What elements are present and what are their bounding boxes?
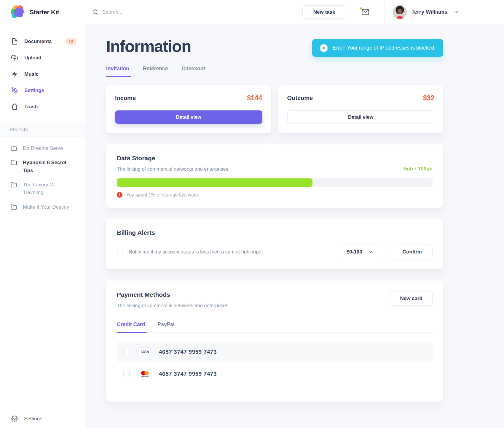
search-box — [92, 9, 190, 15]
new-card-button[interactable]: New card — [390, 291, 433, 306]
card-number: 4657 3747 9959 7473 — [159, 371, 217, 377]
sidebar-item-label: Trash — [24, 104, 38, 110]
brand: Starter Kit — [0, 0, 85, 24]
card-number: 4657 3747 9959 7473 — [159, 349, 217, 355]
tab-invitation[interactable]: Invitation — [106, 66, 129, 77]
project-label: Do Dreams Serve — [23, 145, 63, 152]
sidebar-item-label: Music — [24, 71, 39, 77]
sidebar-item-label: Documents — [24, 39, 52, 45]
sidebar-item-music[interactable]: Music — [0, 66, 85, 82]
document-icon — [11, 38, 18, 45]
billing-confirm-button[interactable]: Confirm — [392, 245, 433, 259]
tab-credit-card[interactable]: Credit Card — [117, 321, 145, 332]
sidebar-item-upload[interactable]: Upload — [0, 50, 85, 66]
lightning-icon — [11, 71, 18, 77]
projects-list: Do Dreams Serve Hypnosis 6 Secret Tips T… — [0, 145, 85, 211]
income-title: Income — [115, 95, 136, 102]
mail-icon — [361, 8, 369, 16]
brand-name: Starter Kit — [30, 9, 59, 16]
data-storage-subtitle: The linking of commercial networks and e… — [117, 166, 228, 172]
trash-icon — [11, 103, 18, 110]
mastercard-checkbox[interactable] — [123, 371, 130, 377]
page-title: Information — [106, 37, 191, 56]
billing-alerts-title: Billing Alerts — [117, 229, 433, 236]
billing-notify-checkbox[interactable] — [117, 249, 123, 255]
gear-icon — [11, 416, 18, 422]
brand-logo-icon — [10, 4, 25, 20]
outcome-card: Outcome $32 Detail view — [278, 85, 444, 133]
user-name: Terry Williams — [411, 9, 447, 15]
billing-alerts-card: Billing Alerts Notify me if my account s… — [106, 218, 443, 269]
card-row-visa: VISA 4657 3747 9959 7473 — [117, 342, 433, 362]
topbar: New task Terry Williams — [85, 0, 504, 24]
billing-range-select[interactable]: $0-100 — [340, 245, 384, 259]
storage-used: 5gb — [404, 166, 413, 172]
sidebar-settings-label: Settings — [24, 416, 42, 422]
projects-section-header: Projects — [0, 123, 85, 137]
data-storage-card: Data Storage The linking of commercial n… — [106, 144, 443, 208]
payment-methods-card: Payment Methods The linking of commercia… — [106, 280, 443, 402]
project-item-hypnosis-6-secret-tips[interactable]: Hypnosis 6 Secret Tips — [0, 159, 85, 175]
folder-icon — [11, 145, 17, 151]
documents-count-badge: 12 — [65, 38, 76, 45]
avatar — [393, 5, 407, 19]
project-item-make-it-your-destiny[interactable]: Make It Your Destiny — [0, 203, 85, 211]
chevron-down-icon — [368, 249, 373, 255]
folder-icon — [11, 182, 17, 188]
income-card: Income $144 Detail view — [106, 85, 271, 133]
storage-progress-fill — [117, 178, 312, 187]
card-row-mastercard: mastercard 4657 3747 9959 7473 — [117, 364, 433, 384]
sidebar-item-settings[interactable]: Settings — [0, 82, 85, 99]
mastercard-icon: mastercard — [138, 369, 152, 379]
project-item-the-luxury-of-traveling[interactable]: The Luxury Of Traveling — [0, 181, 85, 197]
page-tabs: Invitation Reference Checkout — [106, 66, 443, 77]
close-icon[interactable]: ✕ — [320, 44, 328, 52]
main-content: Information ✕ Error! Your range of IP ad… — [85, 24, 504, 428]
tab-reference[interactable]: Reference — [143, 66, 168, 77]
card-list: VISA 4657 3747 9959 7473 mastercard 465 — [117, 342, 433, 384]
sidebar-item-trash[interactable]: Trash — [0, 99, 85, 115]
storage-note: You spent 1% of storage last week — [126, 192, 199, 198]
upload-cloud-icon — [11, 54, 18, 61]
sidebar: Starter Kit Documents 12 Upload — [0, 0, 85, 428]
income-amount: $144 — [247, 94, 262, 102]
sidebar-item-label: Upload — [24, 55, 42, 61]
search-input[interactable] — [102, 9, 179, 15]
project-label: Make It Your Destiny — [23, 203, 69, 211]
sidebar-item-documents[interactable]: Documents 12 — [0, 33, 85, 50]
search-icon — [92, 9, 98, 15]
sidebar-item-label: Settings — [24, 88, 44, 93]
payment-methods-subtitle: The linking of commercial networks and e… — [117, 303, 228, 308]
tab-checkout[interactable]: Checkout — [181, 66, 205, 77]
error-toast-message: Error! Your range of IP addresses is blo… — [333, 45, 436, 51]
tab-paypal[interactable]: PayPal — [157, 321, 174, 332]
sidebar-nav: Documents 12 Upload Music Sett — [0, 33, 85, 115]
new-task-button[interactable]: New task — [302, 5, 346, 19]
folder-icon — [11, 159, 17, 166]
folder-icon — [11, 204, 17, 210]
topbar-divider — [384, 0, 385, 24]
chevron-down-icon — [454, 9, 459, 15]
sidebar-settings-footer[interactable]: Settings — [0, 409, 85, 428]
inbox-button[interactable] — [354, 8, 377, 16]
outcome-amount: $32 — [423, 94, 434, 102]
billing-range-value: $0-100 — [347, 249, 362, 255]
outcome-detail-view-button[interactable]: Detail view — [287, 110, 435, 124]
project-item-do-dreams-serve[interactable]: Do Dreams Serve — [0, 145, 85, 152]
project-label: The Luxury Of Traveling — [23, 181, 76, 197]
storage-progress-bar — [117, 178, 433, 187]
storage-usage-label: 5gb/100gb — [404, 166, 433, 172]
visa-card-checkbox[interactable] — [123, 349, 130, 355]
info-icon: i — [117, 192, 122, 198]
billing-notify-label: Notify me if my account status is less t… — [129, 249, 263, 255]
error-toast: ✕ Error! Your range of IP addresses is b… — [312, 39, 443, 57]
pen-tool-icon — [11, 87, 18, 94]
income-detail-view-button[interactable]: Detail view — [115, 110, 262, 124]
notification-dot — [359, 7, 363, 10]
project-label: Hypnosis 6 Secret Tips — [23, 159, 76, 175]
user-menu[interactable]: Terry Williams — [393, 5, 459, 19]
data-storage-title: Data Storage — [117, 155, 433, 162]
visa-icon: VISA — [138, 347, 152, 357]
outcome-title: Outcome — [287, 95, 313, 102]
app-window: Starter Kit Documents 12 Upload — [0, 0, 504, 428]
